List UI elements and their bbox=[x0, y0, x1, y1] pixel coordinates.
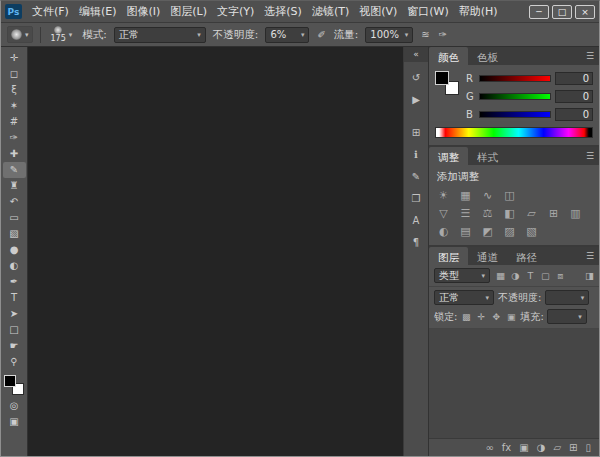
adjustment-icon[interactable]: ▤ bbox=[459, 226, 472, 238]
menu-item[interactable]: 视图(V) bbox=[354, 2, 402, 21]
foreground-background-swatches[interactable] bbox=[4, 375, 24, 395]
adjustment-icon[interactable]: ⊞ bbox=[547, 208, 560, 220]
panel-menu-icon[interactable]: ☰ bbox=[581, 147, 599, 165]
minimize-button[interactable]: ─ bbox=[529, 5, 549, 19]
foreground-color-swatch[interactable] bbox=[4, 375, 16, 387]
blue-slider[interactable] bbox=[479, 111, 551, 118]
filter-type-icon[interactable]: ⧈ bbox=[554, 270, 567, 282]
red-slider[interactable] bbox=[479, 75, 551, 82]
filter-type-icon[interactable]: ◑ bbox=[509, 270, 522, 282]
color-spectrum-ramp[interactable] bbox=[435, 127, 593, 138]
blur-tool[interactable]: ● bbox=[3, 242, 26, 258]
filter-toggle-icon[interactable]: ◨ bbox=[585, 270, 594, 281]
brush-preset-picker[interactable]: 175 ▾ bbox=[48, 25, 76, 44]
tool-preset-picker[interactable]: ▾ bbox=[7, 26, 33, 43]
info-panel-icon[interactable]: ℹ bbox=[407, 148, 425, 161]
add-layer-mask-icon[interactable]: ▣ bbox=[519, 443, 528, 453]
dodge-tool[interactable]: ◐ bbox=[3, 258, 26, 274]
paint-mode-select[interactable]: 正常 bbox=[114, 27, 206, 43]
gradient-tool[interactable]: ▧ bbox=[3, 226, 26, 242]
opacity-select[interactable]: 6% bbox=[265, 27, 309, 43]
filter-type-icon[interactable]: ▦ bbox=[494, 270, 507, 282]
eraser-tool[interactable]: ▭ bbox=[3, 210, 26, 226]
eyedropper-tool[interactable]: ✑ bbox=[3, 130, 26, 146]
airbrush-icon[interactable]: ≋ bbox=[420, 29, 430, 40]
panel-tab[interactable]: 路径 bbox=[507, 247, 546, 265]
quick-selection-tool[interactable]: ✶ bbox=[3, 98, 26, 114]
brush-presets-panel-icon[interactable]: ✎ bbox=[407, 170, 425, 183]
type-tool[interactable]: T bbox=[3, 290, 26, 306]
navigator-panel-icon[interactable]: ⊞ bbox=[407, 126, 425, 139]
quick-mask-button[interactable]: ◎ bbox=[3, 398, 26, 414]
move-tool[interactable]: ✛ bbox=[3, 50, 26, 66]
maximize-button[interactable]: □ bbox=[552, 5, 572, 19]
healing-brush-tool[interactable]: ✚ bbox=[3, 146, 26, 162]
pen-tool[interactable]: ✒ bbox=[3, 274, 26, 290]
lock-icon[interactable]: ✛ bbox=[475, 312, 487, 322]
history-panel-icon[interactable]: ↺ bbox=[407, 71, 425, 84]
menu-item[interactable]: 滤镜(T) bbox=[307, 2, 354, 21]
adjustment-icon[interactable]: ⚖ bbox=[481, 208, 494, 220]
layer-fill-select[interactable] bbox=[547, 309, 587, 324]
link-layers-icon[interactable]: ∞ bbox=[485, 443, 493, 453]
panel-color-swatches[interactable] bbox=[435, 71, 459, 95]
brush-tool[interactable]: ✎ bbox=[3, 162, 26, 178]
menu-item[interactable]: 帮助(H) bbox=[454, 2, 503, 21]
panel-tab[interactable]: 图层 bbox=[429, 247, 468, 265]
pressure-size-icon[interactable]: ✑ bbox=[438, 29, 448, 40]
filter-type-icon[interactable]: T bbox=[524, 270, 537, 282]
panel-tab[interactable]: 通道 bbox=[468, 247, 507, 265]
panel-menu-icon[interactable]: ☰ bbox=[581, 247, 599, 265]
new-adjustment-layer-icon[interactable]: ◑ bbox=[537, 443, 546, 453]
paragraph-panel-icon[interactable]: ¶ bbox=[407, 236, 425, 249]
panel-tab[interactable]: 色板 bbox=[468, 47, 507, 65]
adjustment-icon[interactable]: ☀ bbox=[437, 190, 450, 202]
adjustment-icon[interactable]: ▥ bbox=[569, 208, 582, 220]
adjustment-icon[interactable]: ◩ bbox=[481, 226, 494, 238]
adjustment-icon[interactable]: ▽ bbox=[437, 208, 450, 220]
shape-tool[interactable]: □ bbox=[3, 322, 26, 338]
lock-icon[interactable]: ▣ bbox=[505, 312, 517, 322]
adjustment-icon[interactable]: ☰ bbox=[459, 208, 472, 220]
lock-icon[interactable]: ▩ bbox=[460, 312, 472, 322]
green-value-input[interactable]: 0 bbox=[555, 90, 593, 103]
pressure-opacity-icon[interactable]: ✐ bbox=[316, 29, 326, 40]
menu-item[interactable]: 文字(Y) bbox=[212, 2, 259, 21]
blue-value-input[interactable]: 0 bbox=[555, 108, 593, 121]
adjustment-icon[interactable]: ▨ bbox=[503, 226, 516, 238]
layer-style-icon[interactable]: fx bbox=[502, 443, 511, 453]
document-canvas[interactable] bbox=[28, 47, 403, 456]
lasso-tool[interactable]: ξ bbox=[3, 82, 26, 98]
panel-tab[interactable]: 样式 bbox=[468, 147, 507, 165]
panel-tab[interactable]: 调整 bbox=[429, 147, 468, 165]
history-brush-tool[interactable]: ↶ bbox=[3, 194, 26, 210]
filter-type-icon[interactable]: ▢ bbox=[539, 270, 552, 282]
foreground-color-swatch[interactable] bbox=[435, 71, 449, 85]
layer-blend-mode-select[interactable]: 正常 bbox=[434, 290, 494, 305]
new-group-icon[interactable]: ▱ bbox=[553, 443, 561, 453]
lock-icon[interactable]: ✥ bbox=[490, 312, 502, 322]
adjustment-icon[interactable]: ∿ bbox=[481, 190, 494, 202]
clone-source-panel-icon[interactable]: ❐ bbox=[407, 192, 425, 205]
layers-list[interactable] bbox=[429, 329, 599, 438]
character-panel-icon[interactable]: A bbox=[407, 214, 425, 227]
layer-opacity-select[interactable] bbox=[545, 290, 589, 305]
hand-tool[interactable]: ☛ bbox=[3, 338, 26, 354]
marquee-tool[interactable]: ◻ bbox=[3, 66, 26, 82]
delete-layer-icon[interactable]: ▯ bbox=[585, 443, 591, 453]
panel-tab[interactable]: 颜色 bbox=[429, 47, 468, 65]
menu-item[interactable]: 选择(S) bbox=[259, 2, 307, 21]
adjustment-icon[interactable]: ◐ bbox=[437, 226, 450, 238]
close-button[interactable]: × bbox=[575, 5, 595, 19]
flow-select[interactable]: 100% bbox=[365, 27, 413, 43]
menu-item[interactable]: 窗口(W) bbox=[402, 2, 453, 21]
adjustment-icon[interactable]: ▧ bbox=[525, 226, 538, 238]
red-value-input[interactable]: 0 bbox=[555, 72, 593, 85]
adjustment-icon[interactable]: ▦ bbox=[459, 190, 472, 202]
menu-item[interactable]: 图像(I) bbox=[121, 2, 165, 21]
menu-item[interactable]: 图层(L) bbox=[165, 2, 212, 21]
expand-panels-button[interactable]: « bbox=[404, 47, 428, 62]
zoom-tool[interactable]: ⚲ bbox=[3, 354, 26, 370]
crop-tool[interactable]: # bbox=[3, 114, 26, 130]
screen-mode-button[interactable]: ▣ bbox=[3, 414, 26, 430]
